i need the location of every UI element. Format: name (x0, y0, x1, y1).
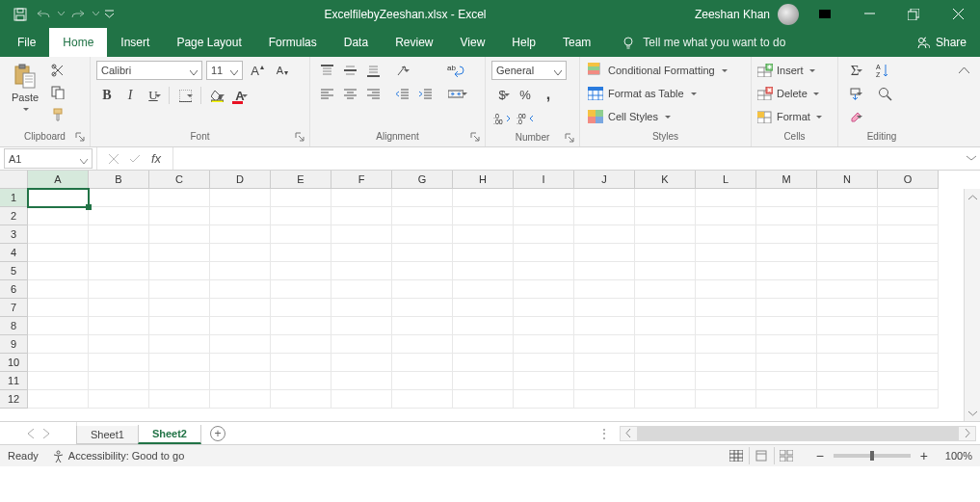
cell[interactable] (574, 354, 635, 372)
accessibility-status[interactable]: Accessibility: Good to go (52, 450, 184, 462)
cell[interactable] (635, 335, 696, 354)
clipboard-dialog-launcher[interactable] (74, 132, 86, 144)
cell[interactable] (28, 262, 89, 280)
cell[interactable] (756, 335, 817, 354)
cell[interactable] (514, 335, 574, 354)
autosum-button[interactable]: Σ (844, 61, 865, 80)
cell[interactable] (574, 207, 635, 225)
cell[interactable] (878, 189, 939, 207)
cell[interactable] (514, 262, 574, 280)
cell[interactable] (878, 299, 939, 317)
cell[interactable] (28, 280, 89, 299)
row-header[interactable]: 7 (0, 299, 28, 317)
tab-file[interactable]: File (0, 28, 49, 57)
cell[interactable] (271, 354, 331, 372)
user-area[interactable]: Zeeshan Khan (695, 4, 803, 25)
cell[interactable] (635, 317, 696, 335)
column-headers[interactable]: ABCDEFGHIJKLMNO (28, 171, 939, 189)
comma-format-button[interactable]: , (538, 85, 559, 104)
cell[interactable] (574, 225, 635, 244)
cell[interactable] (817, 244, 878, 262)
cell[interactable] (817, 189, 878, 207)
cell[interactable] (271, 372, 331, 390)
cell[interactable] (271, 189, 331, 207)
cell[interactable] (392, 354, 453, 372)
column-header[interactable]: G (392, 171, 453, 189)
tab-page-layout[interactable]: Page Layout (163, 28, 254, 57)
cell[interactable] (149, 317, 210, 335)
cell[interactable] (756, 354, 817, 372)
cell[interactable] (331, 189, 392, 207)
number-format-combo[interactable]: General (491, 61, 567, 80)
cell[interactable] (210, 244, 271, 262)
cell[interactable] (756, 262, 817, 280)
cell[interactable] (514, 390, 574, 409)
cell[interactable] (271, 317, 331, 335)
cell[interactable] (210, 390, 271, 409)
cell[interactable] (878, 262, 939, 280)
cell[interactable] (331, 225, 392, 244)
column-header[interactable]: C (149, 171, 210, 189)
align-right-button[interactable] (362, 84, 384, 103)
format-as-table-button[interactable]: Format as Table (586, 84, 729, 103)
cell[interactable] (210, 299, 271, 317)
cell[interactable] (696, 390, 756, 409)
cell[interactable] (514, 299, 574, 317)
copy-button[interactable] (48, 83, 67, 102)
undo-dropdown[interactable] (56, 4, 66, 25)
cell[interactable] (331, 244, 392, 262)
font-name-combo[interactable]: Calibri (96, 61, 202, 80)
cell[interactable] (817, 354, 878, 372)
cell[interactable] (817, 317, 878, 335)
zoom-thumb[interactable] (870, 451, 874, 461)
cell[interactable] (331, 262, 392, 280)
tab-team[interactable]: Team (549, 28, 604, 57)
increase-indent-button[interactable] (414, 84, 436, 103)
cell[interactable] (817, 390, 878, 409)
cell[interactable] (574, 372, 635, 390)
find-select-button[interactable] (873, 84, 896, 103)
increase-font-size-button[interactable]: A▴ (247, 61, 268, 80)
decrease-font-size-button[interactable]: A▾ (272, 61, 293, 80)
formula-input[interactable] (173, 148, 980, 169)
insert-function-button[interactable]: fx (146, 149, 167, 169)
zoom-level[interactable]: 100% (938, 450, 972, 462)
cell[interactable] (89, 372, 149, 390)
cell[interactable] (392, 299, 453, 317)
scroll-up-button[interactable] (965, 189, 980, 205)
cell[interactable] (149, 262, 210, 280)
cell[interactable] (89, 244, 149, 262)
cell[interactable] (696, 372, 756, 390)
row-header[interactable]: 2 (0, 207, 28, 225)
column-header[interactable]: E (271, 171, 331, 189)
cell[interactable] (89, 390, 149, 409)
wrap-text-button[interactable]: ab (441, 61, 470, 80)
minimize-button[interactable] (847, 0, 891, 28)
increase-decimal-button[interactable]: .0.00 (491, 109, 513, 128)
cell[interactable] (28, 335, 89, 354)
cell[interactable] (210, 225, 271, 244)
cell[interactable] (271, 207, 331, 225)
cell[interactable] (514, 317, 574, 335)
row-header[interactable]: 3 (0, 225, 28, 244)
cell[interactable] (149, 299, 210, 317)
scroll-thumb[interactable] (637, 427, 959, 440)
collapse-ribbon-button[interactable] (953, 61, 974, 80)
cell[interactable] (89, 335, 149, 354)
cell[interactable] (756, 390, 817, 409)
tab-review[interactable]: Review (382, 28, 446, 57)
column-header[interactable]: L (696, 171, 756, 189)
cell[interactable] (28, 390, 89, 409)
cell[interactable] (453, 262, 514, 280)
fill-color-button[interactable] (206, 86, 227, 105)
cell[interactable] (210, 189, 271, 207)
cell[interactable] (696, 354, 756, 372)
ribbon-display-options[interactable] (803, 9, 847, 20)
cell[interactable] (635, 207, 696, 225)
cell[interactable] (89, 280, 149, 299)
cell[interactable] (574, 262, 635, 280)
cell[interactable] (392, 390, 453, 409)
cell[interactable] (28, 207, 89, 225)
cell[interactable] (514, 244, 574, 262)
orientation-button[interactable] (391, 61, 412, 80)
